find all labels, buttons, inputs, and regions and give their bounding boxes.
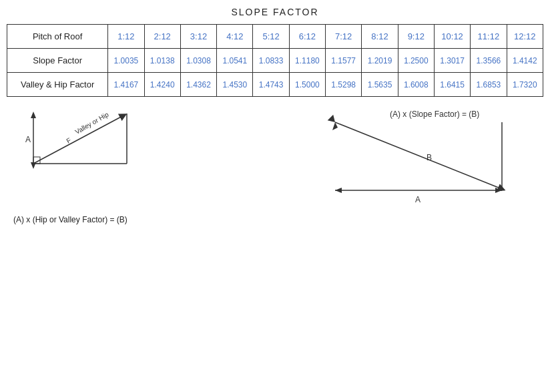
vhf-5: 1.4743 [253,73,289,97]
bottom-section: A F Valley or Hip (A) x (Hip or Valley F… [7,104,543,224]
sf-9: 1.2500 [398,49,434,73]
pitch-6-12: 6:12 [289,25,325,49]
sf-1: 1.0035 [108,49,144,73]
pitch-10-12: 10:12 [434,25,470,49]
sf-5: 1.0833 [253,49,289,73]
left-label-a: A [25,135,31,144]
svg-marker-15 [328,115,338,126]
left-diagram-svg: A F Valley or Hip [13,104,187,210]
label-slope-factor: Slope Factor [7,49,108,73]
slope-factor-table: Pitch of Roof 1:12 2:12 3:12 4:12 5:12 6… [7,24,543,97]
vhf-8: 1.5635 [362,73,398,97]
pitch-11-12: 11:12 [471,25,507,49]
right-label-b: B [427,153,432,162]
vhf-12: 1.7320 [507,73,543,97]
pitch-9-12: 9:12 [398,25,434,49]
label-valley-hip-factor: Valley & Hip Factor [7,73,108,97]
right-label-a: A [415,195,421,204]
sf-2: 1.0138 [144,49,180,73]
pitch-12-12: 12:12 [507,25,543,49]
pitch-4-12: 4:12 [217,25,253,49]
pitch-7-12: 7:12 [326,25,362,49]
vhf-9: 1.6008 [398,73,434,97]
page-title: SLOPE FACTOR [7,7,543,17]
svg-line-14 [335,122,502,189]
vhf-3: 1.4362 [180,73,216,97]
sf-4: 1.0541 [217,49,253,73]
sf-11: 1.3566 [471,49,507,73]
vhf-6: 1.5000 [289,73,325,97]
vhf-4: 1.4530 [217,73,253,97]
sf-7: 1.1577 [326,49,362,73]
diagram-left: A F Valley or Hip (A) x (Hip or Valley F… [13,104,200,224]
vhf-11: 1.6853 [471,73,507,97]
left-caption-text: (A) x (Hip or Valley Factor) = (B) [13,215,127,224]
sf-12: 1.4142 [507,49,543,73]
vhf-2: 1.4240 [144,73,180,97]
sf-8: 1.2019 [362,49,398,73]
vhf-1: 1.4167 [108,73,144,97]
right-caption-inline: (A) x (Slope Factor) = (B) [390,110,479,119]
label-pitch-of-roof: Pitch of Roof [7,25,108,49]
vhf-7: 1.5298 [326,73,362,97]
sf-6: 1.1180 [289,49,325,73]
left-diagram-caption: (A) x (Hip or Valley Factor) = (B) [13,215,200,224]
svg-line-9 [33,116,123,164]
pitch-5-12: 5:12 [253,25,289,49]
svg-marker-18 [335,188,342,193]
diagram-right: (A) x (Slope Factor) = (B) B A [323,104,537,212]
right-diagram-svg: (A) x (Slope Factor) = (B) B A [323,104,530,210]
pitch-2-12: 2:12 [144,25,180,49]
pitch-8-12: 8:12 [362,25,398,49]
sf-3: 1.0308 [180,49,216,73]
pitch-3-12: 3:12 [180,25,216,49]
svg-marker-5 [31,112,36,118]
pitch-1-12: 1:12 [108,25,144,49]
vhf-10: 1.6415 [434,73,470,97]
sf-10: 1.3017 [434,49,470,73]
